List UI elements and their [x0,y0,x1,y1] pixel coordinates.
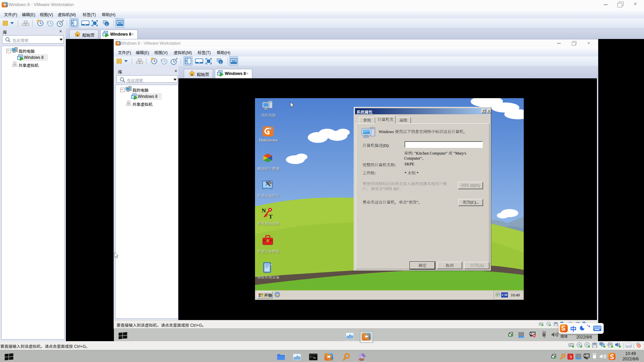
svg-text:N: N [262,207,266,214]
svg-text:i: i [106,23,108,26]
svg-text:T: T [269,213,273,220]
svg-text:i: i [220,61,221,64]
